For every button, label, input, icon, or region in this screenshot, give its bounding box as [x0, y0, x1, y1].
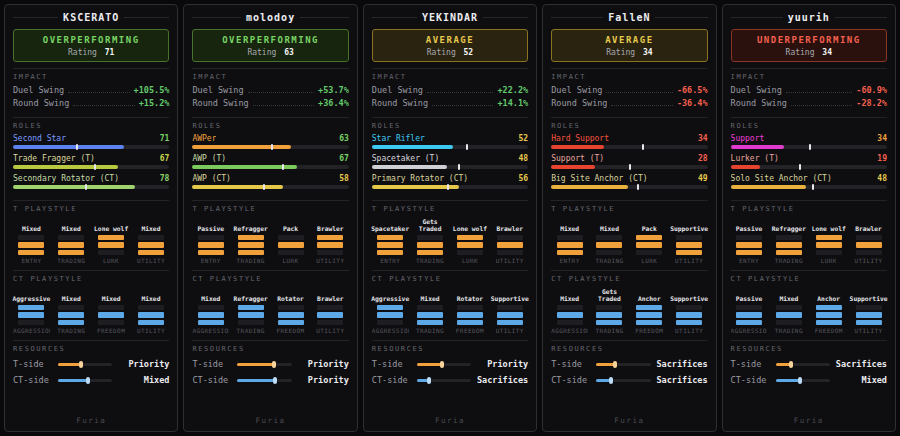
- chart-segment: [198, 312, 224, 317]
- impact-label: Duel Swing: [192, 85, 243, 95]
- chart-segment: [58, 320, 84, 325]
- resource-value: Mixed: [835, 375, 887, 385]
- resource-slider-thumb[interactable]: [86, 377, 90, 384]
- chart-segment: [676, 235, 702, 240]
- playstyle-trait-label: Refragger: [232, 217, 269, 232]
- resource-slider-thumb[interactable]: [79, 361, 83, 368]
- playstyle-mini-chart: [278, 305, 304, 325]
- t-playstyle-grid: Mixed ENTRY Mixed TRADING: [13, 217, 169, 264]
- playstyle-axis-label: UTILITY: [671, 327, 708, 334]
- resource-slider-track[interactable]: [417, 379, 471, 382]
- chart-segment: [198, 235, 224, 240]
- resource-slider-thumb[interactable]: [609, 377, 613, 384]
- role-progress-fill: [551, 165, 595, 169]
- resource-slider-track[interactable]: [58, 363, 112, 366]
- playstyle-col-utility: Mixed UTILITY: [133, 217, 170, 264]
- resource-slider-track[interactable]: [596, 363, 650, 366]
- playstyle-axis-label: TRADING: [53, 327, 90, 334]
- playstyle-axis-label: UTILITY: [491, 327, 528, 334]
- resource-row-t-side: T-side Priority: [372, 359, 528, 369]
- playstyle-axis-label: LURK: [631, 257, 668, 264]
- role-row: Hard Support 34: [551, 134, 707, 149]
- chart-segment: [198, 242, 224, 247]
- playstyle-axis-label: ENTRY: [551, 257, 588, 264]
- role-head: Big Site Anchor (CT) 49: [551, 174, 707, 183]
- playstyle-trait-label: Mixed: [133, 217, 170, 232]
- resource-slider-thumb[interactable]: [613, 361, 617, 368]
- playstyle-col-aggression: Passive AGGRESSION: [731, 287, 768, 334]
- resource-slider-fill: [776, 379, 800, 382]
- chart-segment: [736, 250, 762, 255]
- playstyle-trait-label: Rotator: [451, 287, 488, 302]
- rating-label: Rating: [427, 48, 456, 57]
- chart-segment: [636, 320, 662, 325]
- role-head: Star Rifler 52: [372, 134, 528, 143]
- playstyle-mini-chart: [138, 235, 164, 255]
- resource-slider-thumb[interactable]: [272, 361, 276, 368]
- resource-slider-thumb[interactable]: [273, 377, 277, 384]
- resource-label: T-side: [372, 359, 412, 369]
- resource-label: T-side: [192, 359, 232, 369]
- role-progress-fill: [192, 185, 283, 189]
- playstyle-axis-label: FREEDOM: [272, 327, 309, 334]
- role-average-marker: [466, 144, 468, 150]
- playstyle-trait-label: Pack: [631, 217, 668, 232]
- role-label: AWP (CT): [192, 174, 231, 183]
- t-playstyle-section-title: T PLAYSTYLE: [13, 205, 169, 213]
- playstyle-axis-label: AGGRESSION: [13, 327, 50, 334]
- role-label: Spacetaker (T): [372, 154, 439, 163]
- chart-segment: [18, 320, 44, 325]
- resource-slider-thumb[interactable]: [798, 377, 802, 384]
- chart-segment: [816, 312, 842, 317]
- resource-slider-track[interactable]: [596, 379, 650, 382]
- role-row: Spacetaker (T) 48: [372, 154, 528, 169]
- chart-segment: [497, 305, 523, 310]
- resource-slider-thumb[interactable]: [440, 361, 444, 368]
- resource-label: T-side: [731, 359, 771, 369]
- playstyle-mini-chart: [377, 235, 403, 255]
- player-name: molodoy: [246, 12, 295, 23]
- resource-slider-track[interactable]: [237, 363, 291, 366]
- resource-slider-track[interactable]: [58, 379, 112, 382]
- resource-slider-thumb[interactable]: [427, 377, 431, 384]
- t-playstyle-grid: Spacetaker ENTRY Gets Traded T: [372, 217, 528, 264]
- player-name-row: KSCERATO: [13, 12, 169, 23]
- t-playstyle-grid: Passive ENTRY Refragger TRADIN: [731, 217, 887, 264]
- chart-segment: [776, 235, 802, 240]
- roles-section: ROLES Second Star 71 Trade Fragger (T) 6…: [13, 117, 169, 194]
- role-head: Support 34: [731, 134, 887, 143]
- resource-slider-track[interactable]: [417, 363, 471, 366]
- team-name: Furia: [551, 412, 707, 425]
- playstyle-col-trading: Mixed TRADING: [591, 217, 628, 264]
- chart-segment: [557, 305, 583, 310]
- performance-badge: OVERPERFORMING Rating 71: [13, 29, 169, 62]
- playstyle-axis-label: TRADING: [770, 257, 807, 264]
- chart-segment: [58, 305, 84, 310]
- role-progress-fill: [13, 165, 118, 169]
- role-average-marker: [799, 164, 801, 170]
- chart-segment: [736, 312, 762, 317]
- t-playstyle-section: T PLAYSTYLE Spacetaker ENTRY Gets Traded: [372, 200, 528, 264]
- playstyle-trait-label: Brawler: [312, 217, 349, 232]
- playstyle-axis-label: TRADING: [53, 257, 90, 264]
- name-divider-right: [835, 17, 887, 18]
- resource-slider-track[interactable]: [237, 379, 291, 382]
- chart-segment: [497, 235, 523, 240]
- playstyle-col-trading: Refragger TRADING: [232, 217, 269, 264]
- role-average-marker: [812, 184, 814, 190]
- resource-slider-fill: [58, 379, 88, 382]
- resource-slider-track[interactable]: [776, 379, 830, 382]
- chart-segment: [457, 242, 483, 247]
- t-playstyle-section: T PLAYSTYLE Passive ENTRY Refragger: [731, 200, 887, 264]
- chart-segment: [98, 305, 124, 310]
- playstyle-trait-label: Refragger: [770, 217, 807, 232]
- playstyle-axis-label: ENTRY: [13, 257, 50, 264]
- player-card: molodoy OVERPERFORMING Rating 63 IMPACT …: [183, 4, 357, 432]
- resource-slider-thumb[interactable]: [789, 361, 793, 368]
- role-label: Second Star: [13, 134, 66, 143]
- resources-section-title: RESOURCES: [731, 345, 887, 353]
- chart-segment: [377, 305, 403, 310]
- resource-slider-track[interactable]: [776, 363, 830, 366]
- resource-label: CT-side: [551, 375, 591, 385]
- chart-segment: [856, 235, 882, 240]
